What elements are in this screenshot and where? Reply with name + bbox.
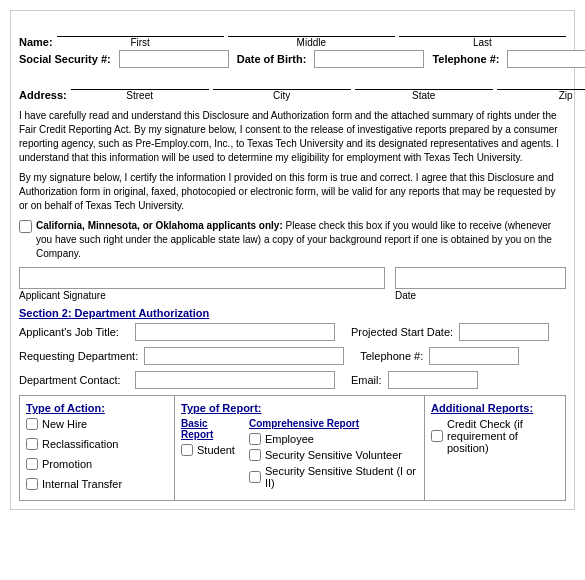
security-volunteer-label: Security Sensitive Volunteer bbox=[265, 449, 402, 461]
additional-col: Additional Reports: Credit Check (if req… bbox=[425, 396, 565, 500]
tel-label: Telephone #: bbox=[432, 53, 499, 65]
internal-transfer-checkbox[interactable] bbox=[26, 478, 38, 490]
type-report-header: Type of Report: bbox=[181, 402, 418, 414]
street-wrap: Street bbox=[71, 72, 209, 101]
middle-name-input[interactable] bbox=[228, 19, 395, 37]
type-action-col: Type of Action: New Hire Reclassificatio… bbox=[20, 396, 175, 500]
telephone-label: Telephone #: bbox=[360, 350, 423, 362]
california-section: California, Minnesota, or Oklahoma appli… bbox=[19, 219, 566, 261]
zip-input[interactable] bbox=[497, 72, 585, 90]
applicant-sig-input[interactable] bbox=[19, 267, 385, 289]
last-label: Last bbox=[399, 37, 566, 48]
ssn-dob-tel-row: Social Security #: Date of Birth: Teleph… bbox=[19, 50, 566, 68]
promotion-label: Promotion bbox=[42, 458, 92, 470]
city-wrap: City bbox=[213, 72, 351, 101]
new-hire-label: New Hire bbox=[42, 418, 87, 430]
type-action-header: Type of Action: bbox=[26, 402, 168, 414]
email-input[interactable] bbox=[388, 371, 478, 389]
disclosure-text-1: I have carefully read and understand thi… bbox=[19, 109, 566, 165]
name-label: Name: bbox=[19, 36, 53, 48]
date-field-wrap: Date bbox=[395, 267, 566, 301]
security-volunteer-checkbox[interactable] bbox=[249, 449, 261, 461]
student-checkbox[interactable] bbox=[181, 444, 193, 456]
job-title-input[interactable] bbox=[135, 323, 335, 341]
type-report-col: Type of Report: Basic Report Student Com… bbox=[175, 396, 425, 500]
middle-name-wrap: Middle bbox=[228, 19, 395, 48]
state-input[interactable] bbox=[355, 72, 493, 90]
address-label: Address: bbox=[19, 89, 67, 101]
last-name-input[interactable] bbox=[399, 19, 566, 37]
additional-header: Additional Reports: bbox=[431, 402, 559, 414]
first-label: First bbox=[57, 37, 224, 48]
city-label: City bbox=[213, 90, 351, 101]
promotion-checkbox[interactable] bbox=[26, 458, 38, 470]
employee-label: Employee bbox=[265, 433, 314, 445]
projected-label: Projected Start Date: bbox=[351, 326, 453, 338]
telephone-input[interactable] bbox=[429, 347, 519, 365]
student-item: Student bbox=[181, 444, 239, 456]
employee-item: Employee bbox=[249, 433, 418, 445]
name-section: Name: First Middle Last bbox=[19, 19, 566, 48]
student-label: Student bbox=[197, 444, 235, 456]
zip-wrap: Zip bbox=[497, 72, 585, 101]
date-input[interactable] bbox=[395, 267, 566, 289]
california-bold: California, Minnesota, or Oklahoma appli… bbox=[36, 220, 283, 231]
city-input[interactable] bbox=[213, 72, 351, 90]
applicant-sig-label: Applicant Signature bbox=[19, 290, 385, 301]
credit-check-checkbox[interactable] bbox=[431, 430, 443, 442]
dob-input[interactable] bbox=[314, 50, 424, 68]
first-name-input[interactable] bbox=[57, 19, 224, 37]
credit-check-item: Credit Check (if requirement of position… bbox=[431, 418, 559, 454]
action-pairs: New Hire Reclassification Promotion Inte… bbox=[26, 418, 168, 494]
disclosure-text-2: By my signature below, I certify the inf… bbox=[19, 171, 566, 213]
tel-input[interactable] bbox=[507, 50, 585, 68]
job-title-label: Applicant's Job Title: bbox=[19, 326, 129, 338]
requesting-dept-input[interactable] bbox=[144, 347, 344, 365]
state-label: State bbox=[355, 90, 493, 101]
dept-contact-label: Department Contact: bbox=[19, 374, 129, 386]
date-label: Date bbox=[395, 290, 566, 301]
reclassification-item: Reclassification bbox=[26, 438, 118, 450]
dept-contact-row: Department Contact: Email: bbox=[19, 371, 566, 389]
last-name-wrap: Last bbox=[399, 19, 566, 48]
security-student-label: Security Sensitive Student (I or II) bbox=[265, 465, 418, 489]
credit-check-label: Credit Check (if requirement of position… bbox=[447, 418, 559, 454]
middle-label: Middle bbox=[228, 37, 395, 48]
basic-report-col: Basic Report Student bbox=[181, 418, 239, 493]
internal-transfer-label: Internal Transfer bbox=[42, 478, 122, 490]
dept-contact-input[interactable] bbox=[135, 371, 335, 389]
email-label: Email: bbox=[351, 374, 382, 386]
promotion-item: Promotion bbox=[26, 458, 92, 470]
name-fields: First Middle Last bbox=[57, 19, 566, 48]
ssn-label: Social Security #: bbox=[19, 53, 111, 65]
report-cols: Basic Report Student Comprehensive Repor… bbox=[181, 418, 418, 493]
reclassification-label: Reclassification bbox=[42, 438, 118, 450]
ssn-input[interactable] bbox=[119, 50, 229, 68]
comprehensive-report-col: Comprehensive Report Employee Security S… bbox=[249, 418, 418, 493]
california-text: California, Minnesota, or Oklahoma appli… bbox=[36, 219, 566, 261]
bottom-section: Type of Action: New Hire Reclassificatio… bbox=[19, 395, 566, 501]
new-hire-checkbox[interactable] bbox=[26, 418, 38, 430]
security-student-item: Security Sensitive Student (I or II) bbox=[249, 465, 418, 489]
street-label: Street bbox=[71, 90, 209, 101]
state-wrap: State bbox=[355, 72, 493, 101]
requesting-dept-row: Requesting Department: Telephone #: bbox=[19, 347, 566, 365]
job-title-row: Applicant's Job Title: Projected Start D… bbox=[19, 323, 566, 341]
address-section: Address: Street City State Zip bbox=[19, 72, 566, 101]
security-volunteer-item: Security Sensitive Volunteer bbox=[249, 449, 418, 461]
employee-checkbox[interactable] bbox=[249, 433, 261, 445]
projected-input[interactable] bbox=[459, 323, 549, 341]
reclassification-checkbox[interactable] bbox=[26, 438, 38, 450]
california-checkbox[interactable] bbox=[19, 220, 32, 233]
internal-transfer-item: Internal Transfer bbox=[26, 478, 122, 490]
form-container: Name: First Middle Last Social Security … bbox=[10, 10, 575, 510]
first-name-wrap: First bbox=[57, 19, 224, 48]
new-hire-item: New Hire bbox=[26, 418, 87, 430]
basic-report-label: Basic Report bbox=[181, 418, 239, 440]
comprehensive-label: Comprehensive Report bbox=[249, 418, 418, 429]
dob-label: Date of Birth: bbox=[237, 53, 307, 65]
street-input[interactable] bbox=[71, 72, 209, 90]
address-fields: Street City State Zip bbox=[71, 72, 585, 101]
sig-date-row: Applicant Signature Date bbox=[19, 267, 566, 301]
security-student-checkbox[interactable] bbox=[249, 471, 261, 483]
